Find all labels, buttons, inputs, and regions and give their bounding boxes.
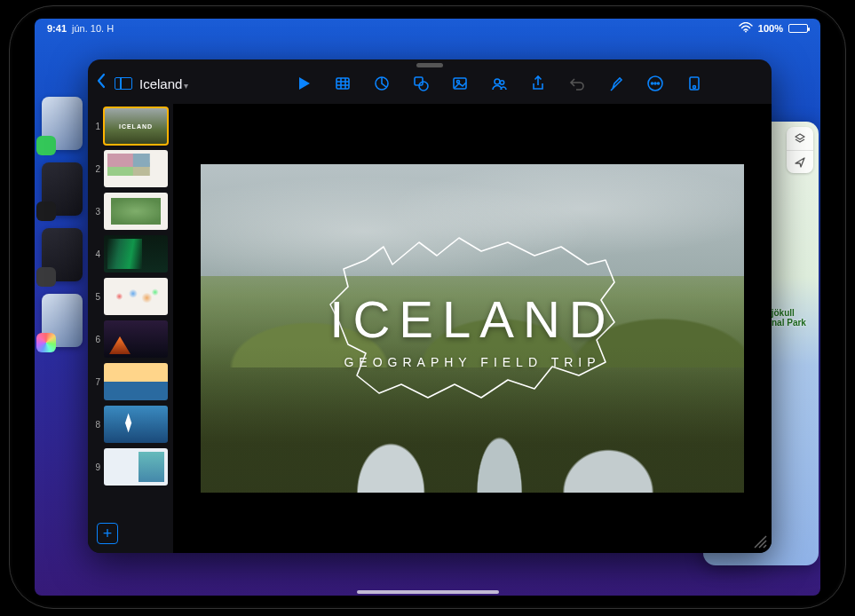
slide-thumbnail-label: ICELAND bbox=[119, 123, 153, 130]
slide-navigator: 1ICELAND23456789 + bbox=[88, 104, 173, 553]
home-indicator[interactable] bbox=[357, 590, 499, 594]
sidebar-toggle-icon[interactable] bbox=[115, 77, 132, 90]
slide-thumb-row[interactable]: 7 bbox=[91, 363, 170, 400]
slide-thumb-row[interactable]: 1ICELAND bbox=[91, 107, 170, 145]
chart-icon[interactable] bbox=[372, 74, 392, 93]
shape-icon[interactable] bbox=[411, 74, 431, 93]
stocks-icon bbox=[36, 201, 56, 221]
slide-thumbnail[interactable] bbox=[104, 448, 168, 486]
document-options-icon[interactable] bbox=[685, 74, 704, 93]
slide-thumb-row[interactable]: 3 bbox=[91, 193, 170, 230]
multitasking-handle-icon[interactable] bbox=[416, 63, 443, 67]
svg-point-7 bbox=[495, 79, 500, 84]
slide-number: 6 bbox=[91, 335, 100, 344]
stage-app-thumb[interactable] bbox=[42, 294, 83, 347]
slide-thumbnail[interactable] bbox=[104, 150, 168, 187]
slide-thumbnail[interactable] bbox=[104, 235, 168, 272]
slide-content[interactable]: ICELAND GEOGRAPHY FIELD TRIP bbox=[201, 164, 744, 493]
svg-point-8 bbox=[500, 81, 503, 84]
slide-thumb-row[interactable]: 9 bbox=[91, 448, 170, 486]
svg-point-11 bbox=[654, 83, 656, 84]
status-time: 9:41 bbox=[47, 23, 67, 34]
share-icon[interactable] bbox=[528, 74, 548, 93]
svg-point-4 bbox=[419, 82, 428, 91]
table-icon[interactable] bbox=[333, 74, 352, 93]
add-slide-button[interactable]: + bbox=[97, 523, 118, 544]
slide-thumb-row[interactable]: 5 bbox=[91, 278, 170, 315]
status-date: jún. 10. H bbox=[72, 23, 114, 34]
ipad-frame: 9:41 jún. 10. H 100% bbox=[9, 5, 846, 609]
battery-icon bbox=[788, 24, 808, 33]
slide-number: 2 bbox=[91, 164, 100, 174]
stage-manager-stack bbox=[42, 97, 86, 347]
stage-app-thumb[interactable] bbox=[42, 97, 83, 150]
slide-thumbnail[interactable] bbox=[104, 406, 168, 443]
maps-locate-icon[interactable] bbox=[787, 150, 813, 173]
more-icon[interactable] bbox=[645, 74, 665, 93]
status-battery-pct: 100% bbox=[758, 23, 783, 34]
calculator-icon bbox=[36, 267, 56, 287]
photos-icon bbox=[36, 333, 56, 352]
slide-thumb-row[interactable]: 8 bbox=[91, 406, 170, 443]
ipad-screen: 9:41 jún. 10. H 100% bbox=[35, 19, 820, 596]
slide-thumbnail[interactable] bbox=[104, 278, 168, 315]
slide-number: 5 bbox=[91, 292, 100, 302]
slide-number: 8 bbox=[91, 420, 100, 430]
slide-number: 1 bbox=[91, 122, 100, 131]
slide-subtitle[interactable]: GEOGRAPHY FIELD TRIP bbox=[201, 355, 744, 369]
svg-rect-3 bbox=[415, 77, 423, 85]
format-brush-icon[interactable] bbox=[606, 74, 626, 93]
window-resize-handle-icon[interactable] bbox=[750, 532, 768, 549]
messages-icon bbox=[36, 136, 56, 155]
collaborate-icon[interactable] bbox=[489, 74, 509, 93]
image-icon[interactable] bbox=[450, 74, 470, 93]
svg-point-12 bbox=[658, 83, 660, 84]
slide-thumb-row[interactable]: 4 bbox=[91, 235, 170, 272]
svg-rect-1 bbox=[336, 78, 349, 89]
svg-point-14 bbox=[693, 86, 696, 89]
slide-canvas[interactable]: ICELAND GEOGRAPHY FIELD TRIP bbox=[173, 104, 772, 553]
maps-controls bbox=[787, 127, 813, 173]
back-button[interactable] bbox=[95, 72, 107, 95]
slide-number: 4 bbox=[91, 249, 100, 259]
svg-point-10 bbox=[652, 83, 653, 84]
slide-thumbnail[interactable] bbox=[104, 363, 168, 400]
maps-layers-icon[interactable] bbox=[787, 127, 813, 150]
status-bar: 9:41 jún. 10. H 100% bbox=[35, 19, 820, 38]
slide-number: 3 bbox=[91, 207, 100, 217]
slide-thumb-row[interactable]: 6 bbox=[91, 320, 170, 358]
slide-thumb-row[interactable]: 2 bbox=[91, 150, 170, 187]
document-title[interactable]: Iceland▾ bbox=[139, 76, 188, 91]
stage-app-thumb[interactable] bbox=[42, 228, 83, 281]
svg-point-0 bbox=[745, 31, 747, 33]
slide-thumbnail[interactable]: ICELAND bbox=[104, 107, 168, 145]
chevron-down-icon: ▾ bbox=[184, 81, 188, 91]
slide-thumbnail[interactable] bbox=[104, 193, 168, 230]
stage-app-thumb[interactable] bbox=[42, 162, 83, 216]
slide-title[interactable]: ICELAND bbox=[201, 289, 744, 349]
slide-number: 9 bbox=[91, 462, 100, 472]
wifi-icon bbox=[739, 22, 753, 35]
play-icon[interactable] bbox=[294, 74, 313, 93]
keynote-window[interactable]: Iceland▾ 1ICELAND23456789 + bbox=[88, 59, 772, 553]
slide-thumbnail[interactable] bbox=[104, 320, 168, 358]
undo-icon[interactable] bbox=[567, 74, 587, 93]
slide-number: 7 bbox=[91, 377, 100, 387]
